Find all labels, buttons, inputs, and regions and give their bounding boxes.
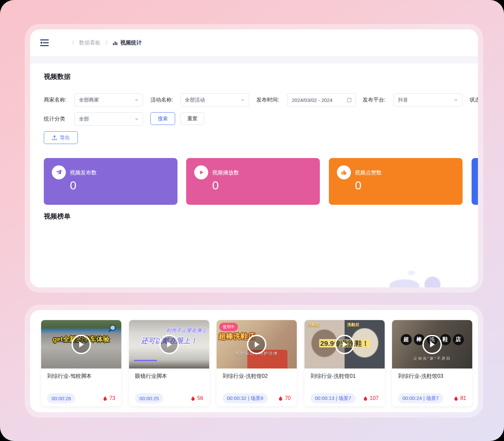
- video-title: 眼镜行业脚本: [135, 373, 205, 380]
- stat-label: 视频发布数: [70, 169, 97, 176]
- stat-card-likes[interactable]: 视频点赞数 0: [329, 158, 463, 205]
- video-thumbnail[interactable]: 洗鞋前 洗鞋后 29.9专业洗鞋！: [304, 320, 385, 369]
- stat-card-plays[interactable]: 视频播放数 0: [186, 158, 320, 205]
- dashboard-panel: / 数据看板 / 视频统计 视频数据 商家名称: 全部商家 活动名称: 全部活动: [30, 29, 478, 287]
- flame-icon: [191, 396, 195, 401]
- breadcrumb-separator: /: [106, 40, 107, 46]
- flame-icon: [103, 396, 107, 401]
- stat-label: 视频播放数: [212, 169, 239, 176]
- chevron-down-icon: [241, 98, 245, 102]
- video-thumbnail[interactable]: 使用中 超棒洗鞋店 呵护自己，呵护洁净: [217, 320, 297, 369]
- category-label: 统计分类: [44, 112, 65, 126]
- upload-icon: [52, 135, 57, 140]
- progress-bar: [134, 360, 157, 361]
- play-button-icon[interactable]: [422, 335, 442, 354]
- search-button[interactable]: 搜索: [150, 112, 175, 125]
- export-button[interactable]: 导出: [44, 131, 78, 144]
- duration-badge: 00:00:25: [135, 393, 163, 403]
- leaderboard-title: 视频榜单: [44, 212, 71, 221]
- watermark: [366, 271, 460, 287]
- heat-value: 107: [370, 395, 379, 401]
- date-range-value: 2024/03/02 - 2024: [292, 97, 333, 103]
- platform-label: 发布平台:: [363, 93, 385, 107]
- play-button-icon[interactable]: [159, 335, 179, 354]
- heat-value: 73: [109, 395, 115, 401]
- header-divider-strip: [30, 56, 478, 63]
- heat-count: 107: [363, 395, 379, 401]
- bar-chart-icon: [113, 40, 118, 45]
- export-button-label: 导出: [60, 135, 70, 141]
- before-tag: 洗鞋前: [308, 322, 320, 328]
- activity-label: 活动名称:: [150, 93, 173, 107]
- duration-badge: 00:00:28: [47, 393, 75, 403]
- platform-select-value: 抖音: [398, 97, 408, 103]
- play-button-icon[interactable]: [247, 335, 266, 354]
- heat-value: 56: [197, 395, 203, 401]
- video-title: 到综行业-驾校脚本: [47, 373, 117, 380]
- play-button-icon[interactable]: [72, 335, 91, 354]
- video-thumbnail[interactable]: 时尚不止穿在身上 还可以戴在眼上！: [129, 320, 209, 369]
- merchant-select-value: 全部商家: [79, 97, 99, 103]
- video-card[interactable]: 超 棒 洗 鞋 店 让你洗"新"不厌旧 到综行业-洗鞋馆03 00:00:24 …: [392, 320, 472, 406]
- publish-time-label: 发布时间:: [256, 93, 279, 107]
- breadcrumb-current: 视频统计: [113, 39, 142, 46]
- video-thumbnail[interactable]: 超 棒 洗 鞋 店 让你洗"新"不厌旧: [392, 320, 472, 369]
- platform-select[interactable]: 抖音: [394, 93, 462, 107]
- thumbnail-overlay-subtext: 让你洗"新"不厌旧: [392, 356, 472, 361]
- merchant-select[interactable]: 全部商家: [75, 93, 143, 107]
- play-icon: [194, 165, 208, 179]
- flame-icon: [278, 396, 283, 401]
- activity-select[interactable]: 全部活动: [180, 93, 249, 107]
- stat-card-publish[interactable]: 视频发布数 0: [44, 158, 177, 205]
- status-label: 状态: [470, 93, 478, 107]
- merchant-label: 商家名称:: [44, 93, 67, 107]
- category-select-value: 全部: [79, 116, 89, 122]
- duration-badge: 00:00:32 | 场景8: [223, 393, 268, 403]
- duration-badge: 00:00:13 | 场景7: [310, 393, 356, 403]
- video-card[interactable]: 洗鞋前 洗鞋后 29.9专业洗鞋！ 到综行业-洗鞋馆01 00:00:13 | …: [304, 320, 385, 406]
- search-button-label: 搜索: [158, 116, 168, 122]
- reset-button-label: 重置: [187, 116, 198, 122]
- breadcrumb-dashboard[interactable]: 数据看板: [79, 39, 100, 46]
- paper-plane-icon: [52, 165, 66, 179]
- after-tag: 洗鞋后: [347, 322, 359, 328]
- heat-value: 81: [460, 395, 466, 401]
- video-card[interactable]: get全新的学车体验 到综行业-驾校脚本 00:00:28 73: [41, 320, 121, 406]
- heat-count: 56: [191, 395, 203, 401]
- heat-count: 81: [454, 395, 466, 401]
- chevron-down-icon: [135, 98, 139, 102]
- thumbs-up-icon: [337, 165, 351, 179]
- heat-count: 70: [278, 395, 291, 401]
- breadcrumb-separator: /: [72, 40, 74, 46]
- heat-value: 70: [285, 395, 291, 401]
- flame-icon: [363, 396, 368, 401]
- category-select[interactable]: 全部: [75, 112, 143, 126]
- video-leaderboard-panel: get全新的学车体验 到综行业-驾校脚本 00:00:28 73: [30, 310, 478, 412]
- duration-badge: 00:00:24 | 场景7: [398, 393, 443, 403]
- magnifier-icon: [109, 324, 118, 335]
- play-button-icon[interactable]: [335, 335, 354, 354]
- page-title: 视频数据: [44, 72, 71, 81]
- heat-count: 73: [103, 395, 115, 401]
- video-title: 到综行业-洗鞋馆02: [223, 373, 292, 380]
- in-use-badge: 使用中: [219, 323, 238, 331]
- video-card[interactable]: 使用中 超棒洗鞋店 呵护自己，呵护洁净 到综行业-洗鞋馆02 00:00:32 …: [217, 320, 297, 406]
- chevron-down-icon: [135, 117, 139, 121]
- stat-card-partial[interactable]: [472, 158, 478, 205]
- activity-select-value: 全部活动: [185, 97, 205, 103]
- breadcrumb: / 数据看板 / 视频统计: [72, 29, 142, 56]
- chevron-down-icon: [454, 98, 458, 102]
- page-background: / 数据看板 / 视频统计 视频数据 商家名称: 全部商家 活动名称: 全部活动: [0, 0, 504, 441]
- stat-value: 0: [70, 179, 76, 192]
- reset-button[interactable]: 重置: [180, 112, 204, 125]
- date-range-picker[interactable]: 2024/03/02 - 2024: [287, 93, 356, 107]
- flame-icon: [454, 396, 458, 401]
- video-title: 到综行业-洗鞋馆03: [398, 373, 468, 380]
- stat-value: 0: [355, 179, 361, 192]
- thumbnail-overlay-text: 时尚不止穿在身上: [166, 327, 207, 334]
- stat-label: 视频点赞数: [355, 169, 382, 176]
- menu-fold-icon[interactable]: [40, 39, 49, 46]
- calendar-icon: [347, 98, 352, 102]
- video-card[interactable]: 时尚不止穿在身上 还可以戴在眼上！ 眼镜行业脚本 00:00:25 56: [129, 320, 209, 406]
- video-thumbnail[interactable]: get全新的学车体验: [41, 320, 121, 369]
